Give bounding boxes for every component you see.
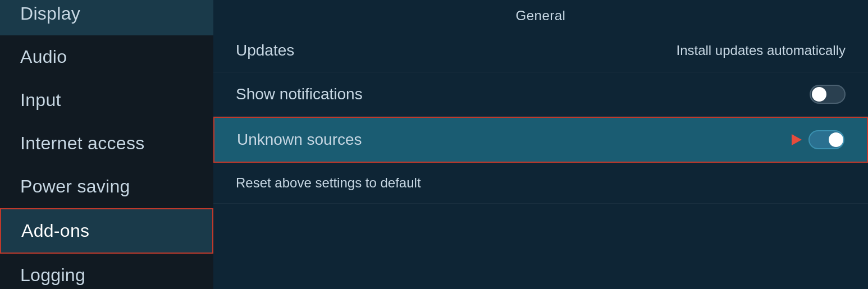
unknown-sources-controls (792, 130, 844, 149)
unknown-sources-label: Unknown sources (237, 131, 362, 149)
settings-list: Updates Install updates automatically Sh… (213, 29, 868, 204)
sidebar-item-power-saving[interactable]: Power saving (0, 165, 213, 208)
updates-row[interactable]: Updates Install updates automatically (213, 29, 868, 72)
sidebar-item-logging[interactable]: Logging (0, 254, 213, 289)
section-header: General (213, 0, 868, 29)
unknown-sources-toggle[interactable] (808, 130, 844, 149)
unknown-sources-row[interactable]: Unknown sources (213, 117, 868, 163)
sidebar-item-display[interactable]: Display (0, 0, 213, 35)
show-notifications-toggle[interactable] (810, 85, 846, 104)
reset-label[interactable]: Reset above settings to default (236, 175, 421, 191)
sidebar: Display Audio Input Internet access Powe… (0, 0, 213, 289)
sidebar-item-audio[interactable]: Audio (0, 35, 213, 79)
sidebar-item-internet-access[interactable]: Internet access (0, 122, 213, 165)
main-content: General Updates Install updates automati… (213, 0, 868, 289)
reset-row[interactable]: Reset above settings to default (213, 163, 868, 204)
sidebar-item-add-ons[interactable]: Add-ons (0, 208, 213, 254)
updates-label: Updates (236, 42, 294, 59)
sidebar-item-input[interactable]: Input (0, 79, 213, 122)
arrow-right-icon (792, 134, 802, 145)
show-notifications-label: Show notifications (236, 85, 363, 103)
updates-value: Install updates automatically (677, 43, 846, 58)
toggle-knob-on (829, 132, 843, 147)
toggle-knob (812, 87, 826, 102)
show-notifications-row[interactable]: Show notifications (213, 72, 868, 117)
